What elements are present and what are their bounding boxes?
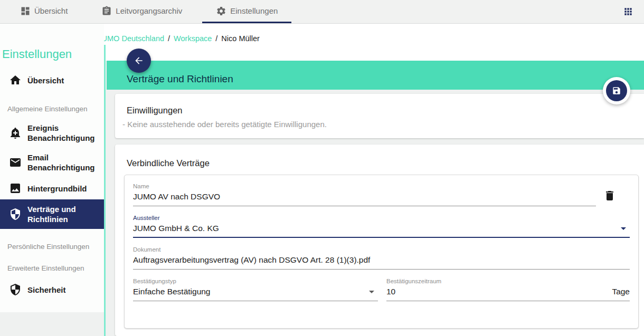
issuer-select-value[interactable]: JUMO GmbH & Co. KG <box>133 221 630 238</box>
apps-grid-button[interactable] <box>618 0 639 23</box>
contract-entry-card: Name JUMO AV nach DSGVO Aussteller JUMO … <box>124 175 639 329</box>
name-field[interactable]: Name JUMO AV nach DSGVO <box>133 183 596 206</box>
sidebar-item-ereignis-benachrichtigung[interactable]: Ereignis Benachrichtigung <box>0 118 104 148</box>
breadcrumb-separator: / <box>215 34 217 43</box>
sidebar-item-email-benachrichtigung[interactable]: Email Benachrichtigung <box>0 148 104 177</box>
shield-icon <box>9 208 22 220</box>
confirmation-period-label: Bestätigunszeitraum <box>386 278 630 284</box>
breadcrumb-separator: / <box>168 34 170 43</box>
home-icon <box>9 74 22 87</box>
arrow-left-icon <box>134 55 144 66</box>
document-field[interactable]: Dokument Auftragsverarbeitungsvertrag (A… <box>133 246 630 270</box>
sidebar-item-label: Sicherheit <box>27 285 66 295</box>
issuer-select[interactable]: Aussteller JUMO GmbH & Co. KG <box>133 215 630 238</box>
confirmation-type-value[interactable]: Einfache Bestätigung <box>133 284 378 301</box>
settings-sidebar: Einstellungen Übersicht Allgemeine Einst… <box>0 24 104 312</box>
save-button[interactable] <box>603 77 630 104</box>
back-button[interactable] <box>127 49 151 73</box>
name-field-label: Name <box>133 183 596 189</box>
sidebar-title: Einstellungen <box>2 47 104 61</box>
section-header-bar: Verträge und Richtlinien <box>107 61 644 90</box>
sidebar-item-label: Verträge und Richtlinien <box>27 204 100 224</box>
contracts-card: Verbindliche Verträge Name JUMO AV nach … <box>115 145 644 336</box>
breadcrumb-workspace[interactable]: Workspace <box>174 34 212 43</box>
delete-contract-button[interactable] <box>603 189 616 202</box>
tab-leitvorgangsarchiv[interactable]: Leitvorgangsarchiv <box>88 0 196 23</box>
breadcrumb-current-user: Nico Müller <box>221 34 260 43</box>
breadcrumb-org[interactable]: JUMO Deutschland <box>98 34 164 43</box>
confirmation-type-label: Bestätigungstyp <box>133 278 378 284</box>
document-field-label: Dokument <box>133 246 630 253</box>
document-field-value[interactable]: Auftragsverarbeitungsvertrag (AV) nach D… <box>133 253 630 270</box>
clipboard-icon <box>101 6 112 16</box>
top-bar: Übersicht Leitvorgangsarchiv Einstellung… <box>0 0 644 24</box>
tab-label: Übersicht <box>34 6 68 15</box>
shield-icon <box>9 283 22 296</box>
sidebar-item-uebersicht[interactable]: Übersicht <box>0 69 104 91</box>
confirmation-period-field[interactable]: Bestätigunszeitraum 10 Tage <box>386 278 630 301</box>
consents-card: Einwilligungen - Keine ausstehende oder … <box>115 94 644 138</box>
notification-add-icon <box>9 127 22 139</box>
sidebar-item-sicherheit[interactable]: Sicherheit <box>0 279 104 301</box>
chevron-down-icon <box>365 285 378 298</box>
tab-uebersicht[interactable]: Übersicht <box>6 0 81 23</box>
section-title: Verträge und Richtlinien <box>127 73 233 85</box>
consents-title: Einwilligungen <box>127 105 644 116</box>
tab-label: Einstellungen <box>230 6 278 15</box>
save-button-circle <box>606 80 627 101</box>
sidebar-section-persoenliche: Persönliche Einstellungen <box>7 243 104 251</box>
confirmation-type-select[interactable]: Bestätigungstyp Einfache Bestätigung <box>133 278 378 301</box>
sidebar-item-label: Ereignis Benachrichtigung <box>27 123 100 143</box>
contracts-title: Verbindliche Verträge <box>127 158 644 168</box>
sidebar-item-label: Email Benachrichtigung <box>27 152 100 172</box>
sidebar-section-erweiterte: Erweiterte Einstellungen <box>7 264 104 272</box>
sidebar-divider <box>104 45 106 336</box>
sidebar-item-label: Hintergrundbild <box>27 184 87 194</box>
confirmation-period-value[interactable]: 10 <box>386 287 612 296</box>
sidebar-item-vertraege-und-richtlinien[interactable]: Verträge und Richtlinien <box>0 199 104 229</box>
image-icon <box>9 182 22 195</box>
chevron-down-icon <box>617 222 630 235</box>
dashboard-icon <box>20 6 31 16</box>
contract-name-row: Name JUMO AV nach DSGVO <box>133 183 630 206</box>
email-icon <box>9 156 22 169</box>
sidebar-section-allgemeine: Allgemeine Einstellungen <box>7 105 104 113</box>
sidebar-item-hintergrundbild[interactable]: Hintergrundbild <box>0 177 104 199</box>
issuer-select-label: Aussteller <box>133 215 630 221</box>
trash-icon <box>603 189 616 202</box>
confirmation-period-suffix: Tage <box>612 287 630 296</box>
tab-label: Leitvorgangsarchiv <box>116 6 182 15</box>
name-field-value[interactable]: JUMO AV nach DSGVO <box>133 189 596 206</box>
apps-grid-icon <box>623 6 633 17</box>
sidebar-item-label: Übersicht <box>27 75 64 85</box>
tab-einstellungen[interactable]: Einstellungen <box>202 0 291 23</box>
consents-empty-text: - Keine ausstehende oder bereits getätig… <box>122 120 644 129</box>
gear-icon <box>216 6 226 16</box>
confirmation-row: Bestätigungstyp Einfache Bestätigung Bes… <box>133 278 630 301</box>
save-icon <box>612 86 621 95</box>
